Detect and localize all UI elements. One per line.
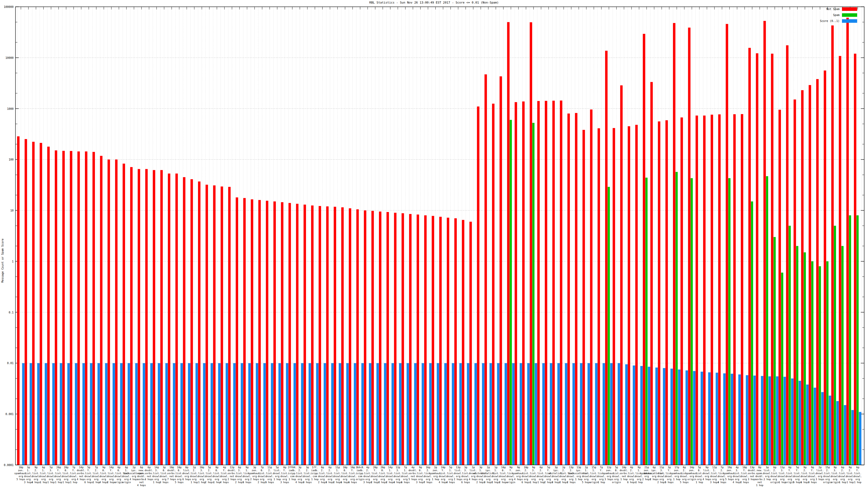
bar-not-spam xyxy=(371,211,374,465)
x-tick-label-line: origin xyxy=(612,481,621,484)
x-tick-label-line: 0. xyxy=(381,469,384,472)
x-tick-label-line: 0. xyxy=(344,469,347,472)
bar-not-spam xyxy=(748,48,751,465)
x-tick-label-line: 2 hops xyxy=(205,481,214,484)
x-tick-label-line: 17@ xyxy=(675,466,679,469)
x-tick-label-line: org xyxy=(388,478,393,481)
bar-score xyxy=(271,363,273,465)
bar-not-spam xyxy=(575,113,578,465)
bar-score xyxy=(633,365,635,465)
x-tick-label-line: org xyxy=(826,478,830,481)
bar-score xyxy=(75,363,77,465)
x-tick-label-line: 2. xyxy=(268,469,271,472)
bar-score xyxy=(143,363,145,465)
x-tick-label-line: 7@ xyxy=(404,466,407,469)
x-tick-label-line: 8@ xyxy=(321,466,324,469)
x-tick-label-line: 4 hops xyxy=(446,481,455,484)
x-tick-label-line: dnswl. xyxy=(280,475,289,478)
x-tick-label-line: 1 hop xyxy=(779,481,786,484)
bar-score xyxy=(158,363,160,465)
bar-not-spam xyxy=(771,54,773,465)
x-tick-label-line: list. xyxy=(613,472,620,475)
legend-label: Not Spam xyxy=(827,8,839,10)
bar-not-spam xyxy=(567,113,570,465)
x-tick-label-line: org xyxy=(403,478,407,481)
x-tick-label-line: dnsbl. xyxy=(755,475,764,478)
x-tick-label-line: 1 hop xyxy=(289,478,296,481)
x-tick-label-line: org xyxy=(584,478,588,481)
x-tick-label-line: list. xyxy=(394,472,401,475)
x-tick-label-line: 2@ xyxy=(132,466,135,469)
x-tick-label-line: origin xyxy=(122,481,131,484)
bar-not-spam xyxy=(138,169,140,465)
x-tick-label-line: org xyxy=(727,475,732,478)
y-tick-label: 0.01 xyxy=(7,362,13,365)
x-tick-label-line: Y. xyxy=(110,469,113,472)
bar-score xyxy=(316,363,318,465)
bar-score xyxy=(429,363,432,465)
x-tick-label-line: 11@ xyxy=(659,466,664,469)
bar-score xyxy=(195,363,198,465)
x-tick-label-line: org xyxy=(373,478,377,481)
x-tick-label-line: 6@ xyxy=(140,466,143,469)
x-tick-label-line: 2. xyxy=(562,469,565,472)
bar-score xyxy=(452,363,454,465)
x-tick-label-line: org xyxy=(795,478,800,481)
x-tick-label-line: Y. xyxy=(283,469,286,472)
bar-score xyxy=(188,363,190,465)
x-tick-label-line: 3 hops xyxy=(808,481,817,484)
bar-not-spam xyxy=(304,205,306,465)
x-tick-label-line: org xyxy=(215,478,219,481)
x-tick-label-line: isipp. xyxy=(288,472,297,475)
bar-not-spam xyxy=(756,54,758,465)
bar-not-spam xyxy=(228,187,230,465)
x-tick-label-line: spam. xyxy=(756,472,763,475)
bar-score xyxy=(346,363,349,465)
x-tick-label-line: org xyxy=(554,478,558,481)
bar-score xyxy=(105,363,107,465)
x-tick-label-line: net xyxy=(757,481,762,484)
bar-not-spam xyxy=(85,152,87,465)
x-tick-label-line: 4 hops xyxy=(31,481,40,484)
x-tick-label-line: 5 hops xyxy=(725,478,734,481)
x-tick-label-line: 10@ xyxy=(169,466,174,469)
bar-not-spam xyxy=(597,128,600,465)
bar-not-spam xyxy=(703,116,706,465)
x-tick-label-line: org xyxy=(41,478,45,481)
x-tick-label-line: 15@ xyxy=(826,466,830,469)
x-tick-label-line: com xyxy=(358,475,362,478)
bar-score xyxy=(444,363,447,465)
bar-not-spam xyxy=(500,76,502,465)
x-tick-label-line: net xyxy=(79,475,83,478)
bar-not-spam xyxy=(462,220,464,465)
x-tick-label-line: org xyxy=(71,478,76,481)
bar-not-spam xyxy=(439,217,442,465)
x-tick-label-line: 12@ xyxy=(230,466,235,469)
x-tick-label-line: 1 hop xyxy=(620,478,628,481)
bar-score xyxy=(361,363,364,465)
x-tick-label-line: 2 hops xyxy=(567,481,576,484)
bar-not-spam xyxy=(537,101,540,465)
bar-spam xyxy=(781,273,783,465)
bar-score xyxy=(218,363,220,465)
bar-score xyxy=(723,373,725,465)
x-tick-label-line: 5@ xyxy=(796,466,799,469)
x-tick-label-line: new. xyxy=(138,469,145,472)
x-tick-label-line: 0. xyxy=(102,469,105,472)
x-tick-label-line: org xyxy=(561,478,566,481)
x-tick-label-line: 2@ xyxy=(585,466,588,469)
x-tick-label-line: dnswl. xyxy=(763,472,772,475)
x-tick-label-line: 9@ xyxy=(509,466,513,469)
x-tick-label-line: list. xyxy=(85,472,93,475)
x-tick-label-line: list. xyxy=(492,472,499,475)
x-tick-label-line: 7@ xyxy=(72,466,75,469)
bar-not-spam xyxy=(319,206,321,465)
x-tick-label-line: list. xyxy=(522,472,530,475)
x-tick-label-line: list. xyxy=(100,472,107,475)
x-tick-label-line: 4 hops xyxy=(137,484,146,487)
x-tick-label-line: 3. xyxy=(238,469,241,472)
bar-not-spam xyxy=(273,201,276,465)
x-tick-label-line: org xyxy=(667,478,671,481)
x-tick-label-line: list. xyxy=(25,472,32,475)
x-tick-label-line: org xyxy=(818,475,822,478)
